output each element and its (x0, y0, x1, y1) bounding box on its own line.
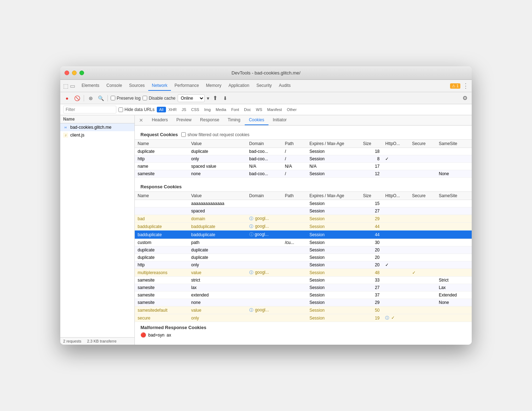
table-row-warning-bad[interactable]: bad domain ⓘ googl... Session 29 (135, 215, 472, 223)
table-row[interactable]: duplicate duplicate Session 20 (135, 254, 472, 261)
response-cookies-table: Name Value Domain Path Expires / Max-Age… (135, 191, 472, 322)
traffic-lights (65, 71, 84, 75)
devtools-window: DevTools - bad-cookies.glitch.me/ ⬚ ▭ El… (60, 66, 472, 345)
tab-timing[interactable]: Timing (223, 115, 245, 125)
filter-css-button[interactable]: CSS (189, 107, 202, 112)
tab-initiator[interactable]: Initiator (268, 115, 291, 125)
table-row[interactable]: samesite strict Session 33 Strict (135, 277, 472, 284)
download-button[interactable]: ⬇ (221, 94, 229, 102)
settings-button[interactable]: ⚙ (461, 94, 469, 102)
file-list: H bad-cookies.glitch.me J client.js (60, 123, 134, 337)
file-item-client-js[interactable]: J client.js (60, 131, 134, 139)
hide-data-urls-checkbox[interactable] (118, 107, 123, 112)
tab-preview[interactable]: Preview (172, 115, 196, 125)
tab-performance[interactable]: Performance (171, 81, 203, 91)
preserve-log-label[interactable]: Preserve log (111, 96, 140, 101)
tab-application[interactable]: Application (225, 81, 253, 91)
table-row[interactable]: duplicate duplicate bad-coo... / Session… (135, 148, 472, 155)
disable-cache-checkbox[interactable] (143, 96, 147, 100)
req-col-path: Path (282, 140, 306, 148)
req-col-httpo: HttpO... (382, 140, 409, 148)
table-row[interactable]: samesite none Session 29 None (135, 299, 472, 306)
table-row[interactable]: samesite none bad-coo... / Session 12 No… (135, 170, 472, 178)
filter-manifest-button[interactable]: Manifest (265, 107, 284, 112)
tab-response[interactable]: Response (196, 115, 223, 125)
table-row[interactable]: spaced Session 27 (135, 207, 472, 215)
resp-col-expires: Expires / Max-Age (306, 192, 360, 200)
filter-all-button[interactable]: All (157, 107, 166, 112)
table-row[interactable]: name spaced value N/A N/A N/A 17 (135, 163, 472, 170)
resp-col-value: Value (188, 192, 246, 200)
throttle-select[interactable]: Online Fast 3G Slow 3G Offline (178, 94, 205, 102)
info-icon: ⓘ (249, 224, 253, 228)
tab-network[interactable]: Network (148, 81, 171, 91)
upload-button[interactable]: ⬆ (211, 94, 219, 102)
show-filtered-label[interactable]: show filtered out request cookies (181, 132, 249, 137)
minimize-button[interactable] (72, 71, 77, 75)
close-button[interactable] (65, 71, 69, 75)
table-row-warning-multiplereasons[interactable]: multiplereasons value ⓘ googl... Session… (135, 269, 472, 277)
filter-js-button[interactable]: JS (179, 107, 189, 112)
filter-doc-button[interactable]: Doc (242, 107, 254, 112)
filter-icon-button[interactable]: ⊛ (87, 94, 95, 102)
malformed-item: 🔴 bad=syn ax (140, 332, 466, 338)
device-toolbar-icon[interactable]: ▭ (70, 83, 75, 89)
malformed-cookie-text: bad=syn (148, 333, 165, 338)
tab-cookies[interactable]: Cookies (245, 115, 268, 125)
response-cookies-section-title: Response Cookies (135, 182, 472, 191)
network-toolbar: ● 🚫 ⊛ 🔍 Preserve log Disable cache Onlin… (60, 92, 472, 104)
tab-console[interactable]: Console (103, 81, 126, 91)
tab-sources[interactable]: Sources (126, 81, 148, 91)
resp-col-path: Path (282, 192, 306, 200)
cookies-content: Request Cookies show filtered out reques… (135, 126, 472, 345)
filter-other-button[interactable]: Other (284, 107, 299, 112)
clear-button[interactable]: 🚫 (73, 94, 81, 102)
filter-img-button[interactable]: Img (202, 107, 213, 112)
resp-col-samesite: SameSite (436, 192, 472, 200)
search-button[interactable]: 🔍 (97, 94, 105, 102)
show-filtered-checkbox[interactable] (181, 132, 186, 137)
filter-media-button[interactable]: Media (213, 107, 229, 112)
table-row-warning-secure[interactable]: secure only Session 19 ⓘ ✓ (135, 314, 472, 322)
filter-ws-button[interactable]: WS (254, 107, 265, 112)
table-row-selected-badduplicate2[interactable]: badduplicate badduplicate ⓘ googl... Ses… (135, 231, 472, 239)
info-icon: ⓘ (249, 308, 253, 312)
filter-input[interactable] (63, 106, 116, 113)
table-row-warning-badduplicate1[interactable]: badduplicate badduplicate ⓘ googl... Ses… (135, 223, 472, 231)
resp-col-name: Name (135, 192, 188, 200)
malformed-cookie-suffix: ax (167, 333, 171, 338)
filter-xhr-button[interactable]: XHR (166, 107, 179, 112)
table-row-warning-samesitedefault[interactable]: samesitedefault value ⓘ googl... Session… (135, 306, 472, 314)
devtools-body: ⬚ ▭ Elements Console Sources Network Per… (60, 80, 472, 345)
tab-audits[interactable]: Audits (275, 81, 294, 91)
disable-cache-label[interactable]: Disable cache (143, 96, 175, 101)
resp-col-domain: Domain (246, 192, 282, 200)
filter-font-button[interactable]: Font (229, 107, 242, 112)
tab-elements[interactable]: Elements (78, 81, 103, 91)
maximize-button[interactable] (79, 71, 84, 75)
table-row[interactable]: http only bad-coo... / Session 8 ✓ (135, 155, 472, 163)
req-col-expires: Expires / Max-Age (306, 140, 360, 148)
req-col-secure: Secure (409, 140, 436, 148)
table-row[interactable]: http only Session 20 ✓ (135, 261, 472, 269)
file-item-bad-cookies[interactable]: H bad-cookies.glitch.me (60, 123, 134, 131)
main-area: Name H bad-cookies.glitch.me J client.js… (60, 115, 472, 345)
table-row[interactable]: samesite extended Session 37 Extended (135, 291, 472, 299)
table-row[interactable]: duplicate duplicate Session 20 (135, 246, 472, 254)
tab-headers[interactable]: Headers (148, 115, 172, 125)
req-col-name: Name (135, 140, 188, 148)
tab-memory[interactable]: Memory (203, 81, 225, 91)
hide-data-urls-label[interactable]: Hide data URLs (118, 107, 155, 112)
tab-security[interactable]: Security (253, 81, 275, 91)
malformed-title: Malformed Response Cookies (140, 325, 466, 330)
record-button[interactable]: ● (63, 94, 71, 102)
status-bar: 2 requests 2.3 KB transferre (60, 337, 134, 345)
preserve-log-checkbox[interactable] (111, 96, 115, 100)
table-row[interactable]: samesite lax Session 27 Lax (135, 284, 472, 291)
table-row[interactable]: aaaaaaaaaaaaaa Session 15 (135, 200, 472, 207)
more-options-icon[interactable]: ⋮ (462, 82, 469, 90)
table-row[interactable]: custom path /cu... Session 30 (135, 239, 472, 246)
info-icon-selected: ⓘ (249, 232, 254, 237)
cursor-icon[interactable]: ⬚ (63, 83, 68, 89)
detail-close-button[interactable]: ✕ (138, 116, 145, 124)
